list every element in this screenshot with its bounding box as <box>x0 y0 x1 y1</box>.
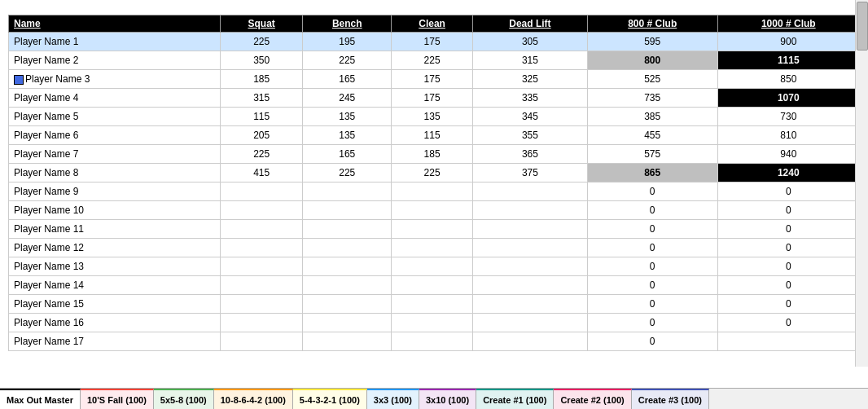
cell-bench[interactable] <box>303 257 392 276</box>
cell-club800[interactable]: 455 <box>587 126 717 145</box>
table-row[interactable]: Player Name 1400 <box>9 276 860 295</box>
cell-deadlift[interactable]: 315 <box>473 51 588 70</box>
cell-bench[interactable]: 195 <box>303 33 392 51</box>
cell-clean[interactable] <box>392 314 473 332</box>
cell-clean[interactable]: 115 <box>392 126 473 145</box>
tab-3[interactable]: 10-8-6-4-2 (100) <box>214 389 293 409</box>
tab-8[interactable]: Create #2 (100) <box>554 389 631 409</box>
cell-squat[interactable]: 350 <box>221 51 303 70</box>
cell-club800[interactable]: 0 <box>587 295 717 314</box>
cell-club800[interactable]: 575 <box>587 145 717 164</box>
cell-name[interactable]: Player Name 13 <box>9 257 221 276</box>
table-row[interactable]: Player Name 1000 <box>9 201 860 220</box>
cell-squat[interactable]: 185 <box>221 70 303 89</box>
tab-5[interactable]: 3x3 (100) <box>367 389 419 409</box>
cell-club1000[interactable]: 940 <box>717 145 859 164</box>
cell-clean[interactable]: 225 <box>392 51 473 70</box>
cell-club800[interactable]: 800 <box>587 51 717 70</box>
cell-deadlift[interactable]: 375 <box>473 164 588 183</box>
cell-squat[interactable] <box>221 239 303 257</box>
table-row[interactable]: Player Name 43152451753357351070 <box>9 89 860 108</box>
cell-clean[interactable] <box>392 332 473 351</box>
cell-deadlift[interactable]: 365 <box>473 145 588 164</box>
cell-name[interactable]: Player Name 10 <box>9 201 221 220</box>
cell-club1000[interactable]: 0 <box>717 295 859 314</box>
cell-club800[interactable]: 0 <box>587 183 717 201</box>
cell-club1000[interactable]: 0 <box>717 314 859 332</box>
cell-deadlift[interactable] <box>473 220 588 239</box>
cell-club800[interactable]: 0 <box>587 220 717 239</box>
tab-0[interactable]: Max Out Master <box>0 389 81 409</box>
cell-club1000[interactable]: 900 <box>717 33 859 51</box>
cell-bench[interactable] <box>303 295 392 314</box>
cell-club800[interactable]: 0 <box>587 332 717 351</box>
table-row[interactable]: Player Name 6205135115355455810 <box>9 126 860 145</box>
cell-name[interactable]: Player Name 16 <box>9 314 221 332</box>
table-row[interactable]: Player Name 84152252253758651240 <box>9 164 860 183</box>
cell-bench[interactable] <box>303 183 392 201</box>
cell-clean[interactable] <box>392 295 473 314</box>
cell-clean[interactable] <box>392 239 473 257</box>
table-row[interactable]: Player Name 5115135135345385730 <box>9 108 860 126</box>
scrollbar-thumb[interactable] <box>857 2 868 51</box>
cell-clean[interactable] <box>392 257 473 276</box>
scrollbar[interactable] <box>855 0 868 367</box>
cell-clean[interactable]: 175 <box>392 89 473 108</box>
cell-name[interactable]: Player Name 4 <box>9 89 221 108</box>
cell-club1000[interactable]: 810 <box>717 126 859 145</box>
cell-club800[interactable]: 0 <box>587 314 717 332</box>
cell-name[interactable]: Player Name 15 <box>9 295 221 314</box>
cell-deadlift[interactable]: 335 <box>473 89 588 108</box>
cell-club800[interactable]: 525 <box>587 70 717 89</box>
cell-name[interactable]: Player Name 7 <box>9 145 221 164</box>
cell-club1000[interactable]: 1070 <box>717 89 859 108</box>
cell-club1000[interactable]: 1240 <box>717 164 859 183</box>
cell-bench[interactable] <box>303 314 392 332</box>
cell-deadlift[interactable]: 355 <box>473 126 588 145</box>
table-row[interactable]: Player Name 1200 <box>9 239 860 257</box>
cell-name[interactable]: Player Name 6 <box>9 126 221 145</box>
cell-clean[interactable]: 175 <box>392 33 473 51</box>
cell-bench[interactable] <box>303 220 392 239</box>
cell-clean[interactable]: 225 <box>392 164 473 183</box>
tab-9[interactable]: Create #3 (100) <box>632 389 709 409</box>
cell-clean[interactable]: 135 <box>392 108 473 126</box>
cell-squat[interactable] <box>221 257 303 276</box>
table-row[interactable]: Player Name 1500 <box>9 295 860 314</box>
cell-squat[interactable]: 115 <box>221 108 303 126</box>
cell-club1000[interactable]: 0 <box>717 201 859 220</box>
cell-deadlift[interactable] <box>473 276 588 295</box>
cell-deadlift[interactable] <box>473 314 588 332</box>
cell-name[interactable]: Player Name 8 <box>9 164 221 183</box>
cell-squat[interactable] <box>221 220 303 239</box>
cell-club800[interactable]: 385 <box>587 108 717 126</box>
cell-club800[interactable]: 0 <box>587 239 717 257</box>
cell-club800[interactable]: 0 <box>587 201 717 220</box>
cell-club800[interactable]: 0 <box>587 257 717 276</box>
cell-bench[interactable] <box>303 201 392 220</box>
cell-club800[interactable]: 595 <box>587 33 717 51</box>
cell-deadlift[interactable] <box>473 201 588 220</box>
cell-club800[interactable]: 865 <box>587 164 717 183</box>
cell-squat[interactable]: 225 <box>221 33 303 51</box>
cell-club1000[interactable]: 1115 <box>717 51 859 70</box>
cell-bench[interactable]: 225 <box>303 164 392 183</box>
cell-bench[interactable] <box>303 239 392 257</box>
cell-deadlift[interactable] <box>473 332 588 351</box>
cell-name[interactable]: Player Name 11 <box>9 220 221 239</box>
tab-6[interactable]: 3x10 (100) <box>419 389 476 409</box>
cell-squat[interactable] <box>221 183 303 201</box>
cell-name[interactable]: Player Name 14 <box>9 276 221 295</box>
cell-squat[interactable] <box>221 332 303 351</box>
cell-club1000[interactable] <box>717 332 859 351</box>
cell-club1000[interactable]: 0 <box>717 276 859 295</box>
cell-bench[interactable] <box>303 276 392 295</box>
cell-deadlift[interactable]: 345 <box>473 108 588 126</box>
table-row[interactable]: Player Name 170 <box>9 332 860 351</box>
cell-name[interactable]: Player Name 3 <box>9 70 221 89</box>
tab-7[interactable]: Create #1 (100) <box>476 389 554 409</box>
tab-2[interactable]: 5x5-8 (100) <box>154 389 214 409</box>
cell-deadlift[interactable]: 325 <box>473 70 588 89</box>
cell-squat[interactable] <box>221 295 303 314</box>
table-row[interactable]: Player Name 1100 <box>9 220 860 239</box>
